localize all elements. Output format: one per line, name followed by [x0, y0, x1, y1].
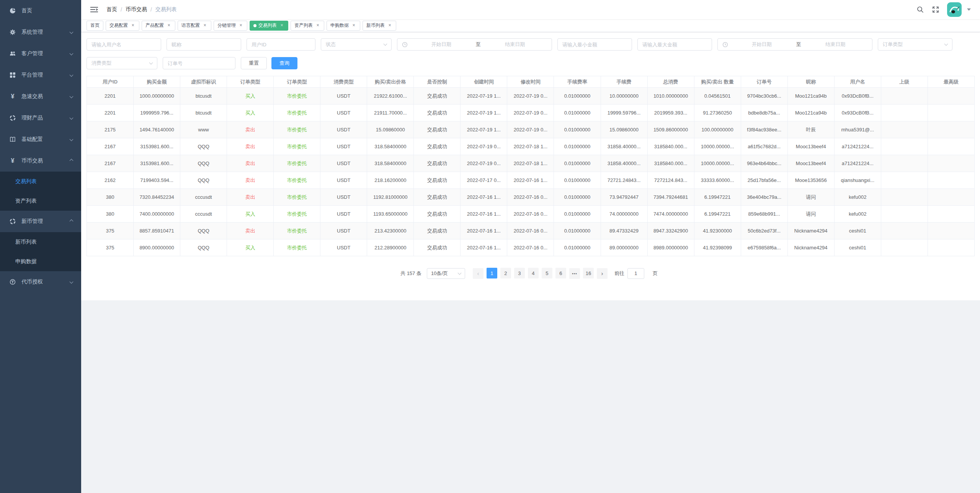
- sidebar-subitem[interactable]: 交易列表: [0, 172, 81, 191]
- tab[interactable]: 交易配置: [106, 21, 139, 31]
- fullscreen-icon[interactable]: [932, 6, 939, 13]
- sidebar-item-token-auth[interactable]: 代币授权: [0, 271, 81, 293]
- sidebar-item-label: 币币交易: [21, 157, 43, 164]
- create-date-range-picker[interactable]: 开始日期 至 结束日期: [397, 38, 552, 51]
- tab[interactable]: 申购数据: [327, 21, 360, 31]
- cell-nickname: Mooc13beef4: [787, 138, 834, 155]
- username-input[interactable]: [87, 38, 161, 51]
- cell-buy-amount: 1494.76140000: [134, 121, 180, 138]
- page-size-select[interactable]: 10条/页: [427, 268, 465, 279]
- page-button[interactable]: 6: [555, 268, 566, 278]
- cell-fee: 89.00000000: [601, 239, 647, 256]
- table-row[interactable]: 2201 1999959.796... btcusdt 买入 市价委托 USDT…: [87, 105, 975, 121]
- table-row[interactable]: 2167 3153981.600... QQQ 卖出 市价委托 USDT 318…: [87, 155, 975, 172]
- sidebar-item-label: 平台管理: [21, 72, 43, 79]
- next-page-button[interactable]: ›: [597, 268, 608, 279]
- search-icon[interactable]: [916, 6, 924, 13]
- clock-icon: [722, 42, 728, 47]
- column-header: 是否控制: [414, 76, 461, 88]
- sidebar-item-coin-trade[interactable]: ¥ 币币交易: [0, 150, 81, 172]
- sidebar-item-platform[interactable]: 平台管理: [0, 64, 81, 86]
- search-button[interactable]: 查询: [271, 57, 297, 69]
- table-row[interactable]: 380 7400.00000000 cccusdt 买入 市价委托 USDT 1…: [87, 206, 975, 223]
- breadcrumb-home[interactable]: 首页: [106, 6, 117, 13]
- cell-coin-symbol: QQQ: [180, 223, 227, 239]
- cell-order-side: 买入: [227, 239, 274, 256]
- cell-total-consume: 8947.33242900: [647, 223, 694, 239]
- consume-type-select[interactable]: 消费类型: [87, 57, 157, 69]
- tab[interactable]: 产品配置: [142, 21, 175, 31]
- dashboard-icon: [9, 7, 16, 14]
- status-select[interactable]: 状态: [321, 38, 392, 51]
- table-row[interactable]: 375 8900.00000000 QQQ 买入 市价委托 USDT 212.2…: [87, 239, 975, 256]
- sidebar-item-customers[interactable]: 客户管理: [0, 43, 81, 64]
- page-button[interactable]: 4: [528, 268, 539, 278]
- sidebar-toggle-icon[interactable]: [90, 7, 98, 13]
- tab[interactable]: 资产列表: [291, 21, 324, 31]
- cell-control-status: 交易成功: [414, 172, 461, 189]
- table-row[interactable]: 2175 1494.76140000 www 卖出 市价委托 USDT 15.0…: [87, 121, 975, 138]
- cell-user-id: 2167: [87, 155, 134, 172]
- tab[interactable]: 首页: [87, 21, 103, 31]
- sidebar-item-new-coin[interactable]: 新币管理: [0, 211, 81, 232]
- table-row[interactable]: 2167 3153981.600... QQQ 卖出 市价委托 USDT 318…: [87, 138, 975, 155]
- column-header: 订单类型: [274, 76, 320, 88]
- order-no-input[interactable]: [163, 57, 235, 69]
- close-icon[interactable]: [202, 23, 207, 28]
- cell-consume-type: USDT: [320, 105, 367, 121]
- table-row[interactable]: 2201 1000.00000000 btcusdt 买入 市价委托 USDT …: [87, 88, 975, 105]
- avatar[interactable]: [947, 2, 962, 17]
- caret-down-icon[interactable]: [967, 8, 971, 11]
- close-icon[interactable]: [166, 23, 172, 28]
- sidebar-item-home[interactable]: 首页: [0, 0, 81, 21]
- min-amount-input[interactable]: [557, 38, 632, 51]
- chevron-down-icon: [70, 52, 74, 56]
- modify-date-range-picker[interactable]: 开始日期 至 结束日期: [717, 38, 872, 51]
- close-icon[interactable]: [387, 23, 392, 28]
- main-area: 首页 / 币币交易 / 交易列表: [81, 0, 980, 493]
- page-button[interactable]: •••: [569, 268, 580, 279]
- user-id-input[interactable]: [247, 38, 315, 51]
- close-icon[interactable]: [279, 23, 284, 28]
- token-icon: [9, 278, 16, 285]
- page-button[interactable]: 16: [583, 268, 594, 278]
- column-header: 昵称: [787, 76, 834, 88]
- sidebar-subitem[interactable]: 申购数据: [0, 252, 81, 271]
- cell-fee: 31858.40000...: [601, 155, 647, 172]
- column-header: 创建时间: [461, 76, 507, 88]
- tab[interactable]: 分销管理: [214, 21, 247, 31]
- cell-price: 1193.65000000: [367, 206, 414, 223]
- sidebar-item-fast-trade[interactable]: ¥ 急速交易: [0, 86, 81, 107]
- tab[interactable]: 新币列表: [363, 21, 396, 31]
- cell-coin-symbol: QQQ: [180, 155, 227, 172]
- tab[interactable]: 交易列表: [250, 21, 288, 31]
- goto-page-input[interactable]: 1: [627, 268, 644, 279]
- max-amount-input[interactable]: [637, 38, 712, 51]
- table-row[interactable]: 380 7320.84452234 cccusdt 卖出 市价委托 USDT 1…: [87, 189, 975, 206]
- cell-quantity: 10000.00000...: [694, 155, 741, 172]
- page-button[interactable]: 1: [487, 268, 497, 278]
- nickname-input[interactable]: [167, 38, 241, 51]
- sidebar-subitem[interactable]: 新币列表: [0, 232, 81, 252]
- tab[interactable]: 语言配置: [178, 21, 211, 31]
- sidebar-item-basic-config[interactable]: 基础配置: [0, 129, 81, 150]
- cell-total-consume: 3185840.000...: [647, 138, 694, 155]
- close-icon[interactable]: [351, 23, 356, 28]
- sidebar-subitem[interactable]: 资产列表: [0, 191, 81, 211]
- page-button[interactable]: 2: [500, 268, 511, 278]
- breadcrumb-section[interactable]: 币币交易: [126, 6, 147, 13]
- close-icon[interactable]: [238, 23, 243, 28]
- sidebar-item-wealth[interactable]: 理财产品: [0, 107, 81, 129]
- close-icon[interactable]: [130, 23, 136, 28]
- close-icon[interactable]: [315, 23, 320, 28]
- page-button[interactable]: 5: [542, 268, 552, 278]
- page-buttons: 123456•••16: [485, 268, 595, 279]
- transactions-table: 用户ID购买金额虚拟币标识订单类型订单类型消费类型购买/卖出价格是否控制创建时间…: [87, 76, 975, 256]
- table-row[interactable]: 2162 7199403.594... QQQ 卖出 市价委托 USDT 218…: [87, 172, 975, 189]
- page-button[interactable]: 3: [514, 268, 525, 278]
- table-row[interactable]: 375 8857.85910471 QQQ 卖出 市价委托 USDT 213.4…: [87, 223, 975, 239]
- order-type-select[interactable]: 订单类型: [878, 38, 952, 51]
- prev-page-button[interactable]: ‹: [473, 268, 483, 279]
- reset-button[interactable]: 重置: [241, 57, 267, 69]
- sidebar-item-system[interactable]: 系统管理: [0, 21, 81, 43]
